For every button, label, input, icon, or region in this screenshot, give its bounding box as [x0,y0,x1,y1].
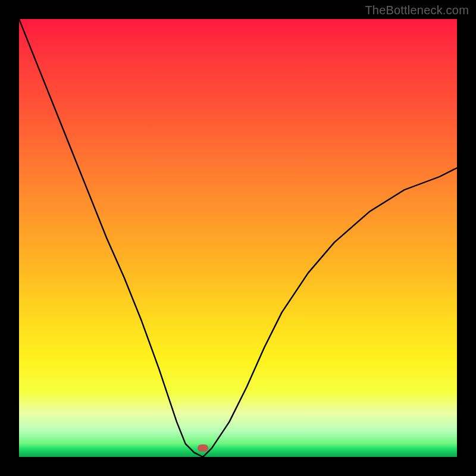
chart-frame: TheBottleneck.com [0,0,476,476]
bottleneck-curve [19,19,457,457]
watermark-text: TheBottleneck.com [365,4,469,17]
optimal-marker [198,444,208,452]
plot-area [19,19,457,457]
curve-layer [19,19,457,457]
